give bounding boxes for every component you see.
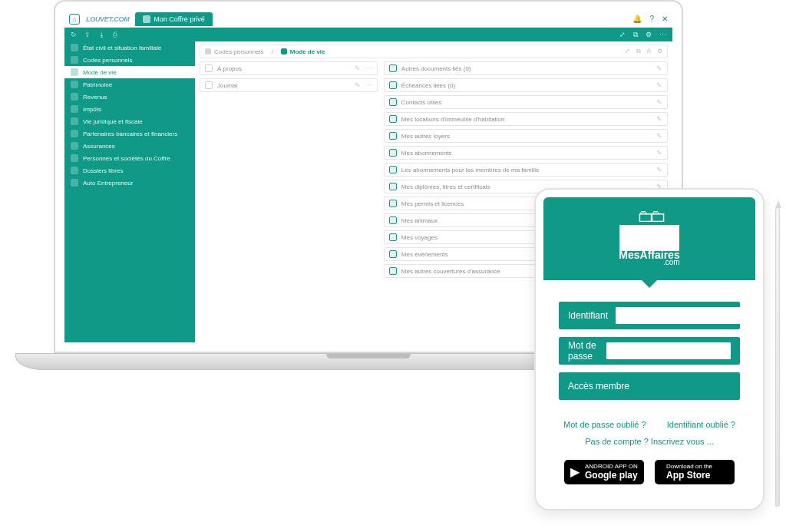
toolbar-action-print-icon[interactable]: ⎙ (113, 31, 117, 38)
toolbar-action-share-icon[interactable]: ⇪ (84, 31, 91, 38)
edit-icon[interactable]: ✎ (656, 132, 662, 140)
card-label: Les abonnements pour les membres de ma f… (401, 167, 652, 173)
sidebar-item-label: Impôts (83, 106, 101, 113)
edit-icon[interactable]: ✎ (656, 115, 662, 123)
toolbar-copy-icon[interactable]: ⧉ (633, 31, 638, 39)
apple-top: Download on the (666, 463, 712, 470)
breadcrumb-level1[interactable]: Codes personnels (205, 48, 263, 55)
sidebar-item[interactable]: État civil et situation familiale (64, 41, 195, 54)
sidebar-item-label: Revenus (83, 94, 107, 101)
help-icon[interactable]: ? (649, 15, 654, 23)
toolbar-settings-icon[interactable]: ⚙ (657, 48, 662, 55)
list-item[interactable]: Échéances liées (0)✎ (384, 78, 668, 92)
sidebar-item[interactable]: Partenaires bancaires et financiers (64, 127, 195, 140)
sidebar-item-icon (71, 130, 78, 137)
title-tab[interactable]: Mon Coffre privé (135, 12, 212, 26)
list-item[interactable]: Contacts utiles✎ (384, 95, 668, 109)
sidebar-item[interactable]: Personnes et sociétés du Coffre (64, 152, 195, 164)
list-item[interactable]: Mes abonnements✎ (384, 146, 668, 160)
toolbar-expand-icon[interactable]: ⤢ (625, 48, 630, 55)
sidebar-item[interactable]: Impôts (64, 103, 195, 115)
toolbar-print-icon[interactable]: ⎙ (647, 48, 651, 55)
sidebar-item-icon (71, 142, 78, 150)
breadcrumb: Codes personnels / Mode de vie ⤢ ⧉ ⎙ ⚙ (200, 45, 668, 58)
more-icon[interactable]: ⋯ (365, 81, 372, 89)
folder-icon (281, 48, 287, 55)
edit-icon[interactable]: ✎ (656, 149, 662, 157)
edit-icon[interactable]: ✎ (656, 98, 662, 106)
card-icon (205, 64, 213, 72)
forgot-password-link[interactable]: Mot de passe oublié ? (563, 420, 646, 429)
store-badges: ▶ ANDROID APP ON Google play Download on… (543, 451, 755, 489)
app-toolbar: ↻ ⇪ ⭳ ⎙ ⤢ ⧉ ⚙ ⋯ (64, 28, 672, 41)
home-icon[interactable]: ⌂ (69, 14, 80, 25)
edit-icon[interactable]: ✎ (355, 81, 361, 89)
sidebar-item[interactable]: Mode de vie (64, 66, 195, 78)
apple-main: App Store (666, 471, 712, 481)
more-icon[interactable]: ⋯ (365, 64, 372, 72)
sidebar-item-icon (71, 68, 78, 76)
list-item[interactable]: Journal✎⋯ (200, 78, 378, 92)
submit-label: Accès membre (568, 381, 629, 392)
sidebar-item[interactable]: Revenus (64, 91, 195, 103)
password-input[interactable] (606, 342, 731, 359)
submit-button[interactable]: Accès membre (559, 372, 740, 400)
signup-link[interactable]: Pas de compte ? Inscrivez vous ... (585, 437, 714, 446)
password-row: Mot de passe (559, 337, 740, 365)
identifier-input[interactable] (616, 307, 740, 324)
toolbar-copy-icon[interactable]: ⧉ (636, 48, 641, 55)
breadcrumb-separator: / (271, 48, 272, 55)
sidebar-item-label: Mode de vie (83, 69, 117, 76)
edit-icon[interactable]: ✎ (355, 64, 361, 72)
sidebar-item[interactable]: Codes personnels (64, 54, 195, 66)
edit-icon[interactable]: ✎ (656, 166, 662, 173)
forgot-identifier-link[interactable]: Identifiant oublié ? (667, 420, 735, 429)
tablet-screen: 🗀🗀 Gerer MesAffaires .com Identifiant Mo… (543, 197, 755, 501)
brand-dotcom: .com (663, 259, 680, 266)
avatar-icon (143, 15, 150, 23)
list-item[interactable]: À propos✎⋯ (200, 61, 378, 75)
sidebar-item-icon (71, 93, 78, 101)
toolbar-settings-icon[interactable]: ⚙ (646, 31, 652, 38)
google-play-icon: ▶ (570, 465, 580, 479)
edit-icon[interactable]: ✎ (656, 81, 662, 89)
sidebar-item-icon (71, 154, 78, 162)
close-icon[interactable]: ✕ (662, 15, 668, 23)
card-icon (389, 166, 397, 173)
sidebar-item[interactable]: Dossiers libres (64, 164, 195, 177)
sidebar-item[interactable]: Patrimoine (64, 78, 195, 91)
bell-icon[interactable]: 🔔 (632, 15, 642, 23)
app-store-badge[interactable]: Download on the App Store (655, 460, 735, 484)
list-item[interactable]: Les abonnements pour les membres de ma f… (384, 163, 668, 177)
breadcrumb-level1-label: Codes personnels (214, 48, 263, 55)
left-column: À propos✎⋯Journal✎⋯ (200, 61, 378, 278)
card-label: Mes autres loyers (401, 133, 652, 140)
google-play-badge[interactable]: ▶ ANDROID APP ON Google play (564, 460, 644, 484)
list-item[interactable]: Mes autres loyers✎ (384, 129, 668, 143)
card-label: Contacts utiles (401, 99, 652, 106)
sidebar-item[interactable]: Assurances (64, 140, 195, 152)
toolbar-action-download-icon[interactable]: ⭳ (98, 31, 105, 38)
app-titlebar: ⌂ LOUVET.COM Mon Coffre privé 🔔 ? ✕ (64, 11, 672, 28)
identifier-row: Identifiant (559, 302, 740, 329)
list-item[interactable]: Mes locations d'immeuble d'habitation✎ (384, 112, 668, 126)
sidebar-item-icon (71, 81, 78, 88)
card-label: Autres documents liés (0) (401, 65, 652, 72)
sidebar-item-label: Dossiers libres (83, 167, 123, 174)
sidebar-item[interactable]: Auto Entrepreneur (64, 177, 195, 189)
toolbar-action-refresh-icon[interactable]: ↻ (71, 31, 77, 38)
google-top: ANDROID APP ON (585, 463, 638, 470)
toolbar-expand-icon[interactable]: ⤢ (619, 31, 626, 38)
sidebar-item-icon (71, 105, 78, 113)
toolbar-more-icon[interactable]: ⋯ (659, 31, 666, 38)
list-item[interactable]: Autres documents liés (0)✎ (384, 61, 668, 75)
sidebar-item-label: État civil et situation familiale (83, 45, 161, 51)
breadcrumb-level2-label: Mode de vie (290, 48, 325, 55)
password-label: Mot de passe (568, 340, 599, 362)
sidebar-item-icon (71, 179, 78, 187)
sidebar-item[interactable]: Vie juridique et fiscale (64, 115, 195, 127)
breadcrumb-level2[interactable]: Mode de vie (281, 48, 325, 55)
card-icon (389, 149, 397, 157)
sidebar: État civil et situation familialeCodes p… (64, 41, 195, 342)
edit-icon[interactable]: ✎ (656, 64, 662, 72)
